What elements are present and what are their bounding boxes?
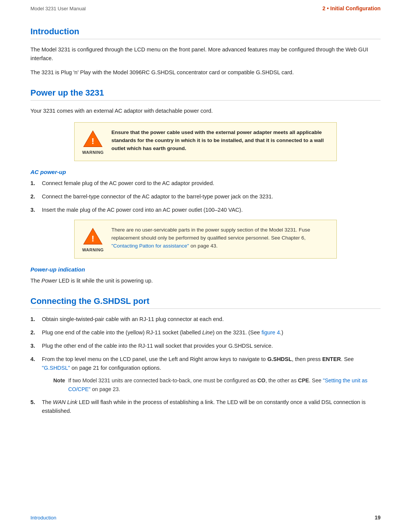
- connect-step-2-italic: Line: [202, 329, 213, 335]
- connect-step-3: 3. Plug the other end of the cable into …: [30, 342, 381, 350]
- note-pre: If two Model 3231 units are connected ba…: [68, 377, 257, 383]
- power-ind-italic: Power: [41, 278, 57, 284]
- connect-step-4-end: on page 21 for configuration options.: [70, 365, 161, 371]
- connect-step-num-5: 5.: [30, 398, 35, 407]
- connecting-section: Connecting the G.SHDSL port 1. Obtain si…: [30, 296, 381, 416]
- connect-step-num-1: 1.: [30, 315, 35, 324]
- step-num-2: 2.: [30, 192, 35, 201]
- introduction-para2: The 3231 is Plug 'n' Play with the Model…: [30, 68, 381, 77]
- power-indication-heading: Power-up indication: [30, 266, 381, 273]
- connect-step-4: 4. From the top level menu on the LCD pa…: [30, 355, 381, 393]
- svg-text:!: !: [92, 234, 95, 244]
- warning-icon-container-2: ! WARNING: [82, 226, 104, 252]
- connect-step-1-text: Obtain single-twisted-pair cable with an…: [42, 316, 224, 322]
- power-ind-post: LED is lit while the unit is powering up…: [57, 278, 153, 284]
- warning-label-2: WARNING: [82, 248, 104, 252]
- note-end: on page 23.: [91, 386, 120, 392]
- warning2-link[interactable]: "Contacting Patton for assistance": [112, 243, 189, 249]
- connecting-heading: Connecting the G.SHDSL port: [30, 296, 381, 309]
- note-box: Note If two Model 3231 units are connect…: [53, 376, 381, 393]
- warning-label-1: WARNING: [82, 150, 104, 155]
- footer-right: 19: [374, 514, 381, 521]
- warning2-text-normal: There are no user-servicable parts in th…: [112, 227, 310, 241]
- ac-step-1-text: Connect female plug of the AC power cord…: [42, 180, 214, 186]
- connect-step-4-pre: From the top level menu on the LCD panel…: [42, 356, 267, 362]
- warning-triangle-icon-2: !: [83, 226, 103, 246]
- connect-step-2-post: ) on the 3231. (See: [213, 329, 261, 335]
- connect-step-num-2: 2.: [30, 328, 35, 337]
- connect-step-4-post: . See: [341, 356, 354, 362]
- ac-powerup-steps: 1. Connect female plug of the AC power c…: [30, 179, 381, 215]
- warning-icon-container-1: ! WARNING: [82, 129, 104, 155]
- connect-step-1: 1. Obtain single-twisted-pair cable with…: [30, 315, 381, 324]
- connect-step-4-bold2: ENTER: [322, 356, 341, 362]
- ac-step-3-text: Insert the male plug of the AC power cor…: [42, 207, 243, 213]
- connecting-steps: 1. Obtain single-twisted-pair cable with…: [30, 315, 381, 416]
- connect-step-4-link[interactable]: "G.SHDSL": [42, 365, 70, 371]
- step-num-3: 3.: [30, 206, 35, 214]
- connect-step-2-end: .): [280, 329, 284, 335]
- warning-box-1: ! WARNING Ensure that the power cable us…: [74, 122, 337, 161]
- note-bold1: CO: [257, 377, 265, 383]
- warning-text-2: There are no user-servicable parts in th…: [112, 226, 329, 250]
- note-post: . See: [309, 377, 323, 383]
- ac-step-1: 1. Connect female plug of the AC power c…: [30, 179, 381, 188]
- ac-powerup-heading: AC power-up: [30, 169, 381, 175]
- power-up-heading: Power up the 3231: [30, 88, 381, 101]
- note-text: If two Model 3231 units are connected ba…: [68, 376, 381, 393]
- connect-step-5-post: LED will flash while in the process of e…: [42, 399, 366, 414]
- connect-step-num-4: 4.: [30, 355, 35, 364]
- warning-box-2: ! WARNING There are no user-servicable p…: [74, 220, 337, 259]
- ac-step-3: 3. Insert the male plug of the AC power …: [30, 206, 381, 214]
- power-indication-section: Power-up indication The Power LED is lit…: [30, 266, 381, 285]
- power-indication-text: The Power LED is lit while the unit is p…: [30, 276, 381, 285]
- svg-text:!: !: [92, 136, 95, 146]
- ac-step-2-text: Connect the barrel-type connector of the…: [42, 193, 273, 200]
- connect-step-5-pre: The: [42, 399, 53, 405]
- step-num-1: 1.: [30, 179, 35, 188]
- header-left: Model 3231 User Manual: [30, 6, 86, 11]
- footer-left: Introduction: [30, 515, 56, 521]
- footer: Introduction 19: [30, 514, 381, 521]
- connect-step-4-mid: , then press: [292, 356, 322, 362]
- header-right: 2 • Initial Configuration: [322, 5, 381, 11]
- connect-step-2: 2. Plug one end of the cable into the (y…: [30, 328, 381, 337]
- note-bold2: CPE: [298, 377, 309, 383]
- connect-step-2-link[interactable]: figure 4: [261, 329, 280, 335]
- power-ind-pre: The: [30, 278, 41, 284]
- connect-step-3-text: Plug the other end of the cable into the…: [42, 343, 273, 349]
- warning-triangle-icon-1: !: [83, 129, 103, 149]
- connect-step-num-3: 3.: [30, 342, 35, 350]
- note-label: Note: [53, 376, 65, 385]
- ac-step-2: 2. Connect the barrel-type connector of …: [30, 192, 381, 201]
- introduction-para1: The Model 3231 is configured through the…: [30, 45, 381, 63]
- note-mid: , the other as: [265, 377, 298, 383]
- connect-step-4-bold: G.SHDSL: [267, 356, 292, 362]
- connect-step-5: 5. The WAN Link LED will flash while in …: [30, 398, 381, 415]
- connect-step-2-pre: Plug one end of the cable into the (yell…: [42, 329, 202, 335]
- power-up-intro: Your 3231 comes with an external AC adap…: [30, 107, 381, 115]
- page-container: Model 3231 User Manual 2 • Initial Confi…: [0, 0, 411, 532]
- ac-powerup-section: AC power-up 1. Connect female plug of th…: [30, 169, 381, 215]
- warning2-text-after: on page 43.: [189, 243, 218, 249]
- connect-step-5-italic: WAN Link: [53, 399, 77, 405]
- introduction-section: Introduction The Model 3231 is configure…: [30, 27, 381, 77]
- header-bar: Model 3231 User Manual 2 • Initial Confi…: [30, 0, 381, 15]
- introduction-heading: Introduction: [30, 27, 381, 39]
- warning-text-1: Ensure that the power cable used with th…: [112, 129, 329, 153]
- power-up-section: Power up the 3231 Your 3231 comes with a…: [30, 88, 381, 286]
